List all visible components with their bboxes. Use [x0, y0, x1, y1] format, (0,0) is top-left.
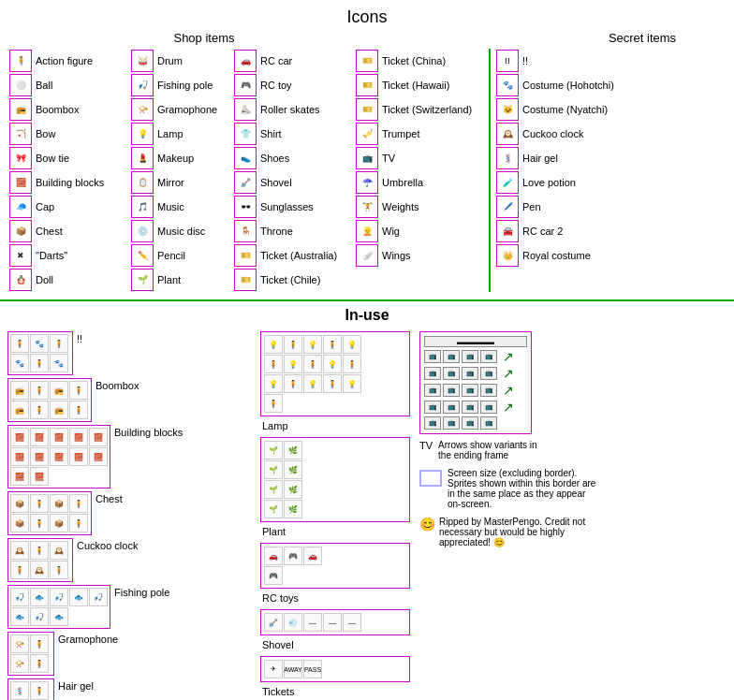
costume-nyatchi-icon: 🐱: [496, 98, 519, 121]
credit-icon1: 😊: [419, 517, 435, 532]
makeup-icon: 💄: [131, 147, 154, 169]
sprite: 🧍: [69, 381, 88, 400]
shovel-label: Shovel: [262, 639, 410, 650]
sprite: 💈: [10, 681, 29, 700]
mirror-icon: 🪞: [131, 171, 154, 194]
shovel-sprites: 🪏 💨 — — —: [264, 613, 367, 632]
sprite: 💡: [343, 335, 361, 354]
tv-sprite: 📺: [443, 384, 460, 397]
sprite: 🐾: [10, 354, 29, 372]
sprite: 📻: [50, 381, 68, 400]
list-item: 🌱Plant: [129, 268, 232, 292]
sprite: 🌿: [284, 480, 302, 499]
gramophone-label: Gramophone: [58, 634, 118, 645]
inuse-item-boombox: 📻 🧍 📻 🧍 📻 🧍 📻 🧍 Boombox: [7, 378, 251, 422]
screen-size-note: Screen size (excluding border). Sprites …: [448, 468, 597, 509]
sprite: 🧍: [284, 374, 302, 393]
list-item: 🎫Ticket (Chile): [232, 268, 354, 292]
tv-sprite: 📺: [424, 367, 441, 380]
sprite: 🌱: [264, 500, 283, 518]
shop-header: Shop items: [7, 31, 401, 45]
sprite: 🧍: [284, 335, 302, 354]
sprite: 🎮: [264, 566, 283, 585]
fishing-pole-icon: 🎣: [131, 74, 154, 96]
sprite: 🚗: [303, 547, 322, 565]
sprite: 🕰️: [50, 541, 68, 560]
shovel-block: 🪏 💨 — — —: [260, 609, 410, 635]
in-use-mid-col: 💡 🧍 💡 🧍 💡 🧍 💡 🧍 💡 🧍 💡 🧍 💡 🧍 💡 🧍: [260, 331, 410, 697]
list-item: 👟Shoes: [232, 146, 354, 170]
list-item: 🥁Drum: [129, 49, 232, 73]
shoes-icon: 👟: [234, 147, 257, 169]
tv-sprite: 📺: [424, 416, 441, 430]
page-title: Icons: [0, 0, 734, 31]
rctoys-sprites: 🚗 🎮 🚗 🎮: [264, 547, 330, 585]
sprite: 🧱: [50, 428, 68, 446]
love-potion-icon: 🧪: [496, 171, 519, 194]
hairgel-sprites: 💈 🧍 💈 🧍: [7, 678, 54, 700]
secret-header: Secret items: [558, 31, 727, 45]
tv-sprite: 📺: [462, 384, 478, 397]
sprite: 🐟: [50, 607, 68, 626]
tv-sprite: 📺: [443, 350, 460, 363]
sprite: 🧍: [323, 335, 342, 354]
list-item: ✖"Darts": [7, 243, 129, 268]
shop-col2: 🥁Drum 🎣Fishing pole 📯Gramophone 💡Lamp 💄M…: [129, 49, 232, 292]
list-item: 📯Gramophone: [129, 97, 232, 122]
screen-size-note-block: Screen size (excluding border). Sprites …: [419, 468, 625, 509]
list-item: 🎫Ticket (Switzerland): [354, 97, 485, 122]
in-use-left-col: 🧍 🐾 🧍 🐾 🧍 🐾 !! 📻 🧍 📻 🧍 📻 🧍: [7, 331, 251, 700]
list-item: 🐾Costume (Hohotchi): [494, 73, 663, 97]
sprite: 🌿: [284, 441, 302, 459]
list-item: 📻Boombox: [7, 97, 129, 122]
shirt-icon: 👕: [234, 123, 257, 145]
sprite: 🧱: [69, 447, 88, 466]
boombox-sprites: 📻 🧍 📻 🧍 📻 🧍 📻 🧍: [7, 378, 92, 422]
sprite: 🧱: [10, 467, 29, 486]
rc-car-icon: 🚗: [234, 50, 257, 72]
secret-col: !!!! 🐾Costume (Hohotchi) 🐱Costume (Nyatc…: [494, 49, 663, 292]
roller-skates-icon: ⛸️: [234, 98, 257, 121]
list-item: 👑Royal costume: [494, 243, 663, 268]
sprite: 🌱: [264, 460, 283, 479]
tv-sprite: 📺: [443, 401, 460, 414]
sprite: —: [323, 613, 342, 632]
sprite: 📻: [10, 381, 29, 400]
plant-label: Plant: [262, 526, 410, 537]
section-headers: Shop items Secret items: [7, 31, 727, 45]
ticket-hawaii-icon: 🎫: [356, 74, 378, 96]
sprite: 🧍: [50, 334, 68, 353]
pen-icon: 🖊️: [496, 196, 519, 218]
sprite: 🧍: [264, 355, 283, 373]
royal-costume-icon: 👑: [496, 244, 519, 267]
tv-sprite: 📺: [480, 367, 497, 380]
tv-sprite: 📺: [424, 401, 441, 414]
list-item: 🎣Fishing pole: [129, 73, 232, 97]
tv-sprite: 📺: [424, 350, 441, 363]
shovel-icon: 🪏: [234, 171, 257, 194]
sprite: 🧍: [50, 561, 68, 579]
sprite: 🪏: [264, 613, 283, 632]
sprite: 🧍: [343, 355, 361, 373]
tv-row4: 📺 📺 📺 📺 ↗: [424, 400, 527, 415]
sprite: 💡: [323, 355, 342, 373]
chest-label: Chest: [95, 493, 123, 504]
sprite: 🧍: [10, 561, 29, 579]
inuse-item-chest: 📦 🧍 📦 🧍 📦 🧍 📦 🧍 Chest: [7, 491, 251, 535]
sprite: 🐾: [50, 354, 68, 372]
shop-col4: 🎫Ticket (China) 🎫Ticket (Hawaii) 🎫Ticket…: [354, 49, 485, 292]
plant-block: 🌱 🌿 🌱 🌿 🌱 🌿 🌱 🌿: [260, 437, 410, 522]
action-figure-icon: 🧍: [9, 50, 32, 72]
chest-sprites: 📦 🧍 📦 🧍 📦 🧍 📦 🧍: [7, 491, 92, 535]
sprite: 🌿: [284, 460, 302, 479]
tv-row5: 📺 📺 📺 📺: [424, 416, 527, 430]
chest-icon: 📦: [9, 220, 32, 242]
sprite: 🕰️: [10, 541, 29, 560]
list-item: 🎺Trumpet: [354, 122, 485, 146]
top-section: Shop items Secret items 🧍Action figure ⚪…: [0, 31, 734, 301]
pencil-icon: ✏️: [131, 244, 154, 267]
sprite: 🧍: [303, 355, 322, 373]
sprite: 🕰️: [30, 561, 49, 579]
in-use-right-col: ▬▬▬▬▬ 📺 📺 📺 📺 ↗ 📺 📺 📺 📺 ↗: [419, 331, 625, 547]
inuse-title: In-use: [7, 307, 727, 324]
